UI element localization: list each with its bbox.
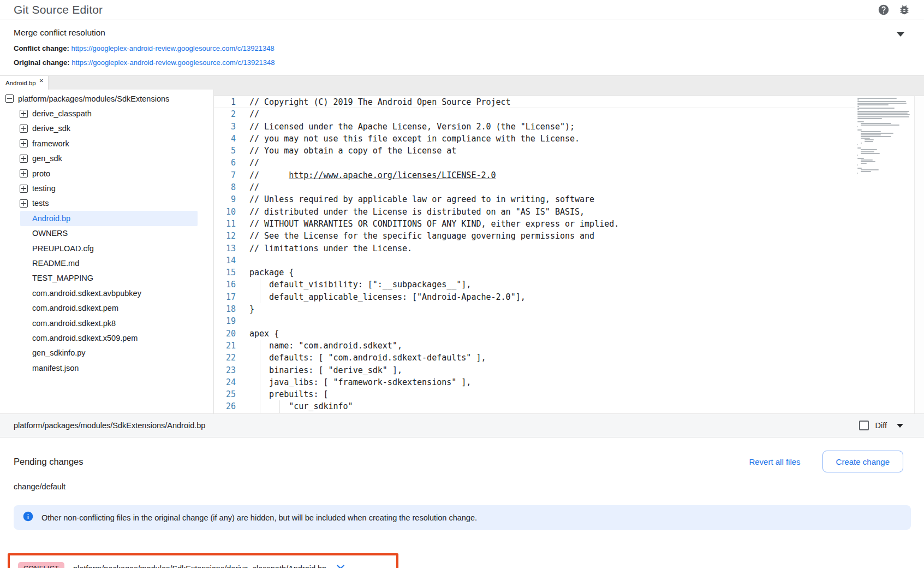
tree-item-platform-packages-modules-sdkextensions[interactable]: platform/packages/modules/SdkExtensions (0, 91, 213, 106)
collapse-panel-caret-icon[interactable] (897, 32, 904, 37)
code-line[interactable]: 13// limitations under the License. (214, 242, 924, 255)
collapse-icon[interactable] (5, 94, 14, 103)
help-icon[interactable] (878, 4, 890, 16)
code-line[interactable]: 21 name: "com.android.sdkext", (214, 340, 924, 352)
indent-guide (279, 400, 280, 412)
line-number: 8 (214, 181, 236, 193)
line-number: 2 (214, 108, 236, 120)
code-line[interactable]: 25 prebuilts: [ (214, 388, 924, 400)
code-line[interactable]: 10// distributed under the License is di… (214, 206, 924, 218)
expand-icon[interactable] (20, 199, 28, 208)
code-line[interactable]: 26 "cur_sdkinfo" (214, 400, 924, 412)
code-line[interactable]: 5// You may obtain a copy of the License… (214, 145, 924, 157)
code-text: // See the License for the specific lang… (236, 230, 594, 242)
header-icons (878, 4, 910, 16)
merge-conflict-panel: Merge conflict resolution Conflict chang… (0, 20, 924, 75)
tree-item-com-android-sdkext-pk8[interactable]: com.android.sdkext.pk8 (0, 316, 213, 330)
info-banner: Other non-conflicting files in the origi… (14, 505, 911, 530)
minimap-line (857, 106, 859, 107)
tree-item-preupload-cfg[interactable]: PREUPLOAD.cfg (0, 241, 213, 256)
minimap-line (861, 143, 861, 144)
tree-item-testing[interactable]: testing (0, 181, 213, 196)
minimap-line (857, 147, 861, 149)
pending-changes-section: Pending changes Revert all files Create … (0, 437, 924, 568)
revert-all-files-link[interactable]: Revert all files (749, 457, 800, 466)
tree-item-com-android-sdkext-avbpubkey[interactable]: com.android.sdkext.avbpubkey (0, 286, 213, 300)
editor-scrollbar[interactable] (914, 96, 924, 413)
tree-item-com-android-sdkext-pem[interactable]: com.android.sdkext.pem (0, 300, 213, 315)
tree-item-gen-sdkinfo-py[interactable]: gen_sdkinfo.py (0, 346, 213, 360)
code-line[interactable]: 16 default_visibility: [":__subpackages_… (214, 279, 924, 291)
tab-label: Android.bp (5, 80, 36, 86)
expand-icon[interactable] (20, 185, 28, 193)
code-text: apex { (236, 328, 279, 340)
indent-guide (260, 388, 260, 400)
code-line[interactable]: 7// http://www.apache.org/licenses/LICEN… (214, 169, 924, 181)
code-line[interactable]: 1// Copyright (C) 2019 The Android Open … (214, 96, 924, 108)
tree-item-tests[interactable]: tests (0, 196, 213, 211)
code-line[interactable]: 14 (214, 255, 924, 267)
tree-item-label: README.md (32, 259, 79, 268)
code-text: defaults: [ "com.android.sdkext-defaults… (236, 352, 486, 364)
minimap[interactable] (855, 96, 914, 413)
original-change-link[interactable]: https://googleplex-android-review.google… (71, 58, 275, 67)
minimap-line (857, 126, 858, 127)
code-line[interactable]: 22 defaults: [ "com.android.sdkext-defau… (214, 352, 924, 364)
tree-item-label: com.android.sdkext.x509.pem (32, 334, 138, 342)
diff-dropdown-caret-icon[interactable] (897, 424, 903, 428)
tree-item-test-mapping[interactable]: TEST_MAPPING (0, 271, 213, 286)
tree-item-derive-classpath[interactable]: derive_classpath (0, 106, 213, 121)
minimap-line (857, 104, 889, 105)
expand-icon[interactable] (20, 169, 28, 177)
tree-item-derive-sdk[interactable]: derive_sdk (0, 121, 213, 136)
create-change-button[interactable]: Create change (822, 451, 903, 472)
tree-item-owners[interactable]: OWNERS (0, 226, 213, 241)
remove-conflict-file-icon[interactable] (335, 563, 346, 568)
code-text: // WITHOUT WARRANTIES OR CONDITIONS OF A… (236, 218, 619, 230)
tree-item-readme-md[interactable]: README.md (0, 256, 213, 270)
minimap-line (857, 111, 909, 112)
conflict-change-link[interactable]: https://googleplex-android-review.google… (71, 44, 274, 52)
tree-item-com-android-sdkext-x509-pem[interactable]: com.android.sdkext.x509.pem (0, 330, 213, 345)
tree-item-proto[interactable]: proto (0, 166, 213, 181)
minimap-line (857, 98, 897, 99)
code-line[interactable]: 20apex { (214, 328, 924, 340)
code-line[interactable]: 19 (214, 315, 924, 327)
expand-icon[interactable] (20, 139, 28, 147)
code-text: java_libs: [ "framework-sdkextensions" ]… (236, 376, 471, 388)
code-line[interactable]: 18} (214, 303, 924, 315)
tree-item-label: com.android.sdkext.avbpubkey (32, 289, 141, 298)
expand-icon[interactable] (20, 125, 28, 133)
code-line[interactable]: 11// WITHOUT WARRANTIES OR CONDITIONS OF… (214, 218, 924, 230)
tree-item-manifest-json[interactable]: manifest.json (0, 360, 213, 375)
minimap-line (857, 101, 906, 102)
indent-guide (260, 376, 260, 388)
expand-icon[interactable] (20, 155, 28, 163)
code-line[interactable]: 12// See the License for the specific la… (214, 230, 924, 242)
code-line[interactable]: 17 default_applicable_licenses: ["Androi… (214, 291, 924, 303)
file-tree: platform/packages/modules/SdkExtensionsd… (0, 90, 214, 413)
tab-android-bp[interactable]: Android.bp ✕ (0, 76, 49, 90)
code-line[interactable]: 8// (214, 181, 924, 193)
tree-item-android-bp[interactable]: Android.bp (20, 211, 198, 226)
main-content: platform/packages/modules/SdkExtensionsd… (0, 90, 924, 413)
code-line[interactable]: 4// you may not use this file except in … (214, 133, 924, 145)
code-line[interactable]: 23 binaries: [ "derive_sdk" ], (214, 364, 924, 376)
code-line[interactable]: 24 java_libs: [ "framework-sdkextensions… (214, 376, 924, 388)
code-lines[interactable]: 1// Copyright (C) 2019 The Android Open … (214, 96, 924, 413)
minimap-line (861, 138, 869, 139)
bug-report-icon[interactable] (898, 4, 910, 16)
diff-checkbox[interactable] (859, 421, 869, 430)
code-line[interactable]: 15package { (214, 267, 924, 279)
code-line[interactable]: 2// (214, 108, 924, 120)
tab-close-icon[interactable]: ✕ (39, 78, 44, 84)
code-editor[interactable]: 1// Copyright (C) 2019 The Android Open … (214, 90, 924, 413)
line-number: 1 (214, 96, 236, 108)
code-line[interactable]: 9// Unless required by applicable law or… (214, 193, 924, 205)
tree-item-gen-sdk[interactable]: gen_sdk (0, 151, 213, 166)
expand-icon[interactable] (20, 110, 28, 118)
minimap-line (865, 141, 873, 142)
code-line[interactable]: 3// Licensed under the Apache License, V… (214, 121, 924, 133)
code-line[interactable]: 6// (214, 157, 924, 169)
tree-item-framework[interactable]: framework (0, 136, 213, 151)
